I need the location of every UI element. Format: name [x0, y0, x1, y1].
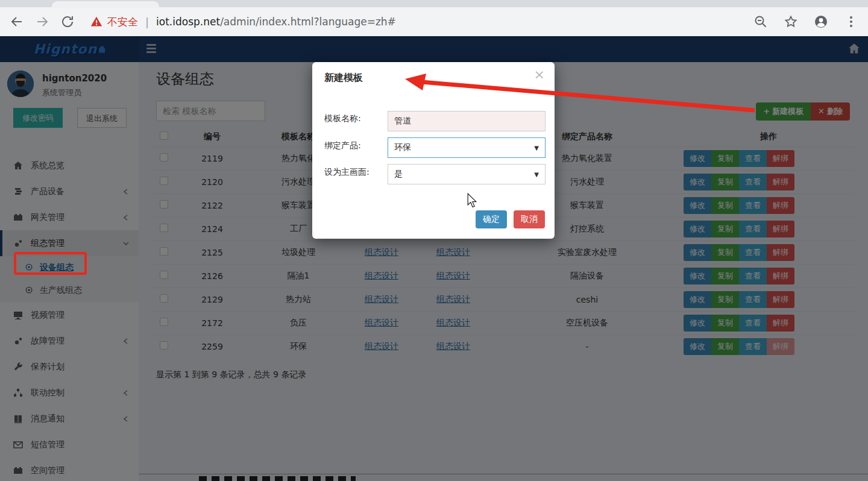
bind-product-label: 绑定产品:	[324, 140, 361, 151]
main-screen-label: 设为主画面:	[324, 167, 370, 178]
chevron-down-icon: ▼	[534, 171, 539, 178]
security-label[interactable]: 不安全	[107, 15, 138, 29]
back-icon[interactable]	[10, 14, 24, 29]
reload-icon[interactable]	[60, 14, 75, 29]
url-host[interactable]: iot.idosp.net	[156, 16, 220, 28]
bind-product-select[interactable]: 环保 ▼	[388, 137, 546, 158]
confirm-button[interactable]: 确定	[476, 210, 507, 228]
active-tab[interactable]	[52, 1, 159, 8]
chevron-down-icon: ▼	[534, 145, 539, 151]
close-icon[interactable]: ×	[534, 68, 545, 81]
tab-strip	[0, 0, 868, 7]
new-template-modal: 新建模板 × 模板名称: 绑定产品: 环保 ▼ 设为主画面: 是 ▼ 确定 取消	[312, 62, 555, 239]
forward-icon[interactable]	[35, 14, 49, 29]
warning-triangle-icon	[90, 16, 102, 28]
browser-chrome: 不安全 | iot.idosp.net/admin/index.html?lan…	[0, 0, 868, 36]
url-separator: |	[143, 16, 151, 28]
url-path[interactable]: /admin/index.html?language=zh#	[220, 16, 396, 28]
kebab-menu-icon[interactable]	[844, 14, 858, 29]
modal-title: 新建模板	[324, 72, 363, 84]
template-name-label: 模板名称:	[324, 113, 361, 124]
zoom-out-icon[interactable]	[753, 14, 768, 29]
profile-icon[interactable]	[814, 14, 828, 29]
main-screen-select[interactable]: 是 ▼	[388, 164, 546, 184]
address-bar[interactable]: 不安全 | iot.idosp.net/admin/index.html?lan…	[90, 15, 738, 29]
template-name-input[interactable]	[388, 111, 546, 131]
cancel-button[interactable]: 取消	[514, 210, 545, 228]
bookmark-star-icon[interactable]	[784, 14, 798, 29]
